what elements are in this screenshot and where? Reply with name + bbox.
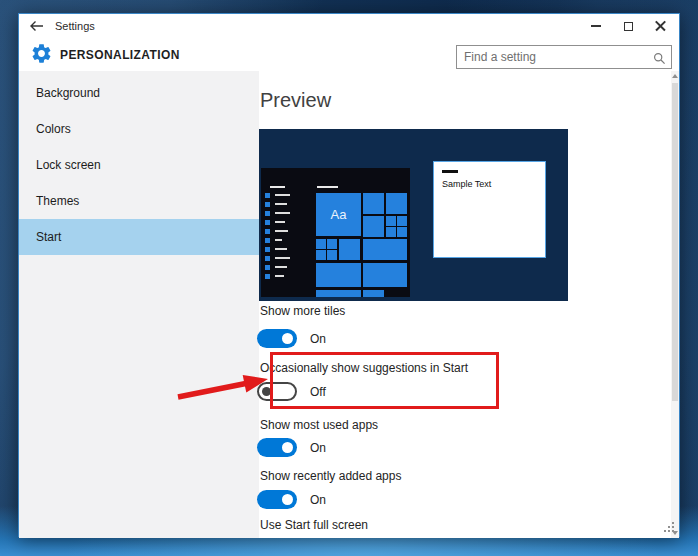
settings-window: Settings PERSONALIZATION Background xyxy=(18,13,680,537)
preview-tile xyxy=(386,227,396,237)
preview-tile xyxy=(316,290,361,297)
window-controls xyxy=(580,14,676,38)
close-button[interactable] xyxy=(644,14,676,38)
setting-label-use-start-full-screen: Use Start full screen xyxy=(260,518,368,532)
preview-tile xyxy=(386,216,396,226)
preview-tile xyxy=(327,250,337,260)
preview-tile xyxy=(316,263,361,287)
gear-icon xyxy=(30,42,53,69)
preview-image: Aa Sample Text xyxy=(259,129,568,301)
preview-tile xyxy=(339,239,360,260)
scrollbar-thumb[interactable] xyxy=(672,83,678,401)
search-box xyxy=(456,45,672,69)
start-menu-rail-header xyxy=(270,186,285,188)
sample-text-label: Sample Text xyxy=(442,179,491,189)
search-icon xyxy=(653,51,666,69)
sidebar-item-background[interactable]: Background xyxy=(19,75,259,111)
close-icon xyxy=(655,21,666,32)
sample-window-title-placeholder xyxy=(442,170,458,173)
preview-tile xyxy=(397,216,407,226)
toggle-knob xyxy=(282,333,293,344)
setting-label-occasionally-show-suggestions: Occasionally show suggestions in Start xyxy=(260,361,468,375)
preview-tile xyxy=(363,193,384,214)
scrollbar[interactable] xyxy=(671,71,679,538)
toggle-state-show-recently-added-apps: On xyxy=(310,493,326,507)
toggle-show-recently-added-apps[interactable] xyxy=(257,490,297,509)
back-arrow-icon xyxy=(29,20,44,32)
maximize-icon xyxy=(624,22,633,31)
preview-tile-aa: Aa xyxy=(316,193,361,236)
preview-tile xyxy=(363,290,384,297)
toggle-occasionally-show-suggestions[interactable] xyxy=(257,382,297,401)
preview-sample-window: Sample Text xyxy=(433,161,546,258)
preview-tile xyxy=(363,263,407,287)
setting-row-show-recently-added-apps: On xyxy=(257,490,326,509)
resize-grip[interactable] xyxy=(664,522,675,533)
window-title: Settings xyxy=(55,14,95,38)
preview-tile xyxy=(316,239,326,249)
page-title: PERSONALIZATION xyxy=(60,48,180,62)
toggle-knob xyxy=(282,494,293,505)
back-button[interactable] xyxy=(23,15,49,37)
preview-tile xyxy=(386,193,407,214)
desktop: Settings PERSONALIZATION Background xyxy=(0,0,698,556)
app-header: PERSONALIZATION xyxy=(19,38,679,71)
preview-tile xyxy=(363,216,384,237)
maximize-button[interactable] xyxy=(612,14,644,38)
start-menu-tiles-header xyxy=(317,186,338,188)
setting-label-show-recently-added-apps: Show recently added apps xyxy=(260,469,401,483)
sidebar-item-colors[interactable]: Colors xyxy=(19,111,259,147)
toggle-knob xyxy=(282,442,293,453)
setting-row-show-most-used-apps: On xyxy=(257,438,326,457)
preview-start-menu: Aa xyxy=(261,168,410,297)
setting-label-show-most-used-apps: Show most used apps xyxy=(260,418,378,432)
toggle-state-show-more-tiles: On xyxy=(310,332,326,346)
preview-tile xyxy=(397,227,407,237)
toggle-show-most-used-apps[interactable] xyxy=(257,438,297,457)
sidebar-item-start[interactable]: Start xyxy=(19,219,259,255)
tile-aa-label: Aa xyxy=(331,207,347,222)
titlebar: Settings xyxy=(19,14,679,38)
sidebar: Background Colors Lock screen Themes Sta… xyxy=(19,71,259,538)
setting-row-occasionally-show-suggestions: Off xyxy=(257,382,326,401)
sidebar-item-themes[interactable]: Themes xyxy=(19,183,259,219)
search-input[interactable] xyxy=(464,46,646,68)
preview-tile xyxy=(316,250,326,260)
start-menu-rail xyxy=(265,193,309,283)
preview-heading: Preview xyxy=(260,89,331,112)
toggle-state-occasionally-show-suggestions: Off xyxy=(310,385,326,399)
preview-tile xyxy=(327,239,337,249)
preview-tile xyxy=(363,239,407,260)
setting-row-show-more-tiles: On xyxy=(257,329,326,348)
sidebar-item-lock-screen[interactable]: Lock screen xyxy=(19,147,259,183)
toggle-show-more-tiles[interactable] xyxy=(257,329,297,348)
setting-label-show-more-tiles: Show more tiles xyxy=(260,304,345,318)
toggle-state-show-most-used-apps: On xyxy=(310,441,326,455)
minimize-icon xyxy=(591,25,601,27)
toggle-knob xyxy=(262,387,271,396)
minimize-button[interactable] xyxy=(580,14,612,38)
scroll-up-arrow-icon[interactable] xyxy=(672,74,678,78)
